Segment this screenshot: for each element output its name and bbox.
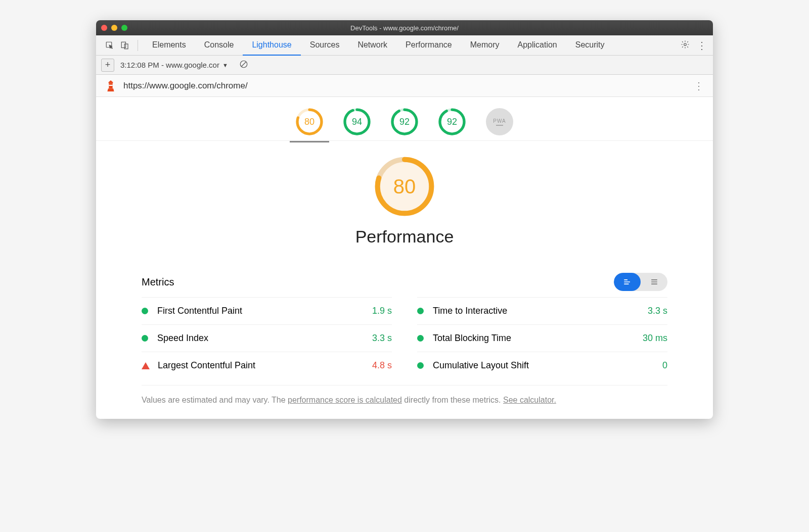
category-gauges: 80949292PWA bbox=[96, 97, 713, 141]
tab-security[interactable]: Security bbox=[566, 35, 614, 56]
lighthouse-logo-icon bbox=[105, 80, 116, 91]
tab-elements[interactable]: Elements bbox=[143, 35, 195, 56]
toggle-compact-icon bbox=[641, 273, 667, 291]
device-toolbar-icon[interactable] bbox=[117, 41, 132, 50]
svg-rect-1 bbox=[121, 42, 125, 47]
metric-row: Cumulative Layout Shift0 bbox=[417, 352, 667, 379]
report-menu-icon[interactable]: ⋮ bbox=[694, 80, 704, 92]
new-report-button[interactable]: + bbox=[101, 59, 114, 72]
dropdown-caret-icon: ▼ bbox=[222, 62, 228, 68]
category-gauge-3[interactable]: 92 bbox=[438, 108, 466, 135]
metrics-footnote: Values are estimated and may vary. The p… bbox=[142, 385, 667, 405]
clear-icon[interactable] bbox=[239, 60, 248, 70]
section-title: Performance bbox=[96, 227, 713, 247]
audited-url-bar: https://www.google.com/chrome/ ⋮ bbox=[96, 75, 713, 97]
report-selector-bar: + 3:12:08 PM - www.google.cor ▼ bbox=[96, 56, 713, 75]
metrics-heading: Metrics bbox=[142, 276, 174, 288]
metric-name: Speed Index bbox=[157, 333, 208, 344]
tab-sources[interactable]: Sources bbox=[301, 35, 349, 56]
pass-icon bbox=[417, 308, 424, 314]
score-calc-link[interactable]: performance score is calculated bbox=[288, 396, 402, 404]
metric-value: 1.9 s bbox=[372, 306, 392, 316]
inspect-element-icon[interactable] bbox=[102, 41, 117, 50]
tab-console[interactable]: Console bbox=[195, 35, 243, 56]
pass-icon bbox=[417, 335, 424, 342]
metric-name: Cumulative Layout Shift bbox=[433, 360, 529, 371]
metric-name: Time to Interactive bbox=[433, 306, 507, 316]
performance-gauge: 80 bbox=[374, 156, 435, 217]
metric-value: 4.8 s bbox=[372, 360, 392, 371]
tab-performance[interactable]: Performance bbox=[396, 35, 461, 56]
metric-row: First Contentful Paint1.9 s bbox=[142, 297, 392, 324]
performance-score: 80 bbox=[374, 156, 435, 217]
metric-name: Largest Contentful Paint bbox=[158, 360, 255, 371]
metric-name: First Contentful Paint bbox=[157, 306, 242, 316]
titlebar: DevTools - www.google.com/chrome/ bbox=[96, 20, 713, 35]
performance-section: 80 Performance bbox=[96, 141, 713, 255]
tab-network[interactable]: Network bbox=[348, 35, 396, 56]
metric-value: 0 bbox=[662, 360, 667, 371]
metric-name: Total Blocking Time bbox=[433, 333, 511, 344]
metric-value: 3.3 s bbox=[648, 306, 667, 316]
metrics-view-toggle[interactable] bbox=[614, 273, 667, 291]
settings-icon[interactable] bbox=[681, 40, 690, 51]
metric-value: 30 ms bbox=[643, 333, 667, 344]
svg-rect-2 bbox=[124, 44, 128, 49]
category-gauge-1[interactable]: 94 bbox=[343, 108, 371, 135]
metrics-grid: First Contentful Paint1.9 sTime to Inter… bbox=[142, 297, 667, 379]
window-title: DevTools - www.google.com/chrome/ bbox=[96, 24, 713, 32]
see-calculator-link[interactable]: See calculator. bbox=[503, 396, 556, 404]
metric-row: Total Blocking Time30 ms bbox=[417, 324, 667, 352]
toggle-detailed-icon bbox=[614, 273, 641, 291]
metric-row: Time to Interactive3.3 s bbox=[417, 297, 667, 324]
pass-icon bbox=[417, 362, 424, 369]
divider bbox=[138, 40, 138, 51]
devtools-window: DevTools - www.google.com/chrome/ Elemen… bbox=[96, 20, 713, 419]
audited-url: https://www.google.com/chrome/ bbox=[123, 81, 248, 91]
svg-line-5 bbox=[241, 62, 246, 67]
svg-point-3 bbox=[684, 43, 687, 45]
svg-rect-7 bbox=[109, 84, 112, 85]
more-icon[interactable]: ⋮ bbox=[697, 39, 707, 52]
report-timestamp: 3:12:08 PM - www.google.cor bbox=[120, 61, 219, 69]
metric-row: Largest Contentful Paint4.8 s bbox=[142, 352, 392, 379]
pass-icon bbox=[142, 308, 148, 314]
fail-icon bbox=[142, 362, 150, 369]
tab-memory[interactable]: Memory bbox=[461, 35, 509, 56]
tab-application[interactable]: Application bbox=[508, 35, 566, 56]
pass-icon bbox=[142, 335, 148, 342]
panel-tabstrip: ElementsConsoleLighthouseSourcesNetworkP… bbox=[96, 35, 713, 56]
tab-lighthouse[interactable]: Lighthouse bbox=[243, 35, 300, 56]
metric-value: 3.3 s bbox=[372, 333, 392, 344]
report-dropdown[interactable]: 3:12:08 PM - www.google.cor ▼ bbox=[120, 61, 228, 69]
category-gauge-2[interactable]: 92 bbox=[391, 108, 418, 135]
category-gauge-0[interactable]: 80 bbox=[296, 108, 323, 135]
pwa-badge[interactable]: PWA bbox=[486, 108, 513, 135]
metric-row: Speed Index3.3 s bbox=[142, 324, 392, 352]
